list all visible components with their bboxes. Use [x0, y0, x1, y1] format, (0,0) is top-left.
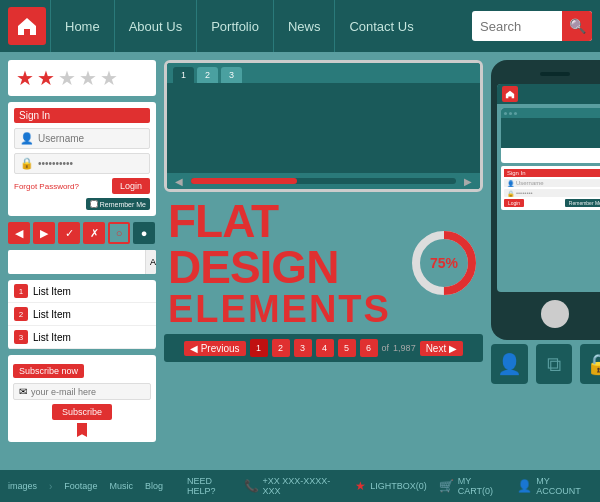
list-label-1: List Item	[33, 286, 71, 297]
nav-logo[interactable]	[8, 7, 46, 45]
remember-label: Remember Me	[100, 201, 146, 208]
browser-back-arrow[interactable]: ◀	[175, 176, 183, 187]
center-panel: 1 2 3 ◀ ▶ FLAT DESIGN ELEMENTS	[164, 60, 483, 462]
star-1: ★	[16, 66, 34, 90]
flat-design-area: FLAT DESIGN ELEMENTS 75%	[164, 198, 483, 328]
nav-check-btn[interactable]: ✓	[58, 222, 80, 244]
donut-chart: 75%	[409, 228, 479, 298]
person-icon: 👤	[497, 352, 522, 376]
page-num-4[interactable]: 4	[316, 339, 334, 357]
lock-icon: 🔒	[20, 157, 34, 170]
list-num-1: 1	[14, 284, 28, 298]
footer-link-music[interactable]: Music	[109, 481, 133, 491]
username-field[interactable]: 👤	[14, 128, 150, 149]
browser-body	[167, 83, 480, 173]
footer-link-blog[interactable]: Blog	[145, 481, 163, 491]
elements-label: ELEMENTS	[168, 290, 391, 328]
prev-page-button[interactable]: ◀ Previous	[184, 341, 246, 356]
remember-me-checkbox[interactable]: Remember Me	[86, 198, 150, 210]
page-num-5[interactable]: 5	[338, 339, 356, 357]
browser-window: 1 2 3 ◀ ▶	[164, 60, 483, 192]
list-items: 1 List Item 2 List Item 3 List Item	[8, 280, 156, 349]
windows-icon-button[interactable]: ⧉	[536, 344, 573, 384]
nav-close-btn[interactable]: ✗	[83, 222, 105, 244]
phone-password-field[interactable]: 🔒 ••••••••	[504, 189, 600, 197]
password-field[interactable]: 🔒	[14, 153, 150, 174]
footer-lightbox-label: LIGHTBOX(0)	[370, 481, 427, 491]
flat-label: FLAT	[168, 198, 278, 244]
stars-widget: ★ ★ ★ ★ ★	[8, 60, 156, 96]
phone-remember-label[interactable]: Remember Me	[565, 199, 600, 207]
nav-item-news[interactable]: News	[273, 0, 335, 52]
subscribe-title: Subscribe now	[13, 364, 84, 378]
person-icon-button[interactable]: 👤	[491, 344, 528, 384]
page-num-1[interactable]: 1	[250, 339, 268, 357]
nav-circle-btn[interactable]: ○	[108, 222, 130, 244]
phone-home-button[interactable]	[541, 300, 569, 328]
phone-lock-icon: 🔒	[507, 190, 514, 197]
phone-navbar	[497, 84, 600, 104]
search-input[interactable]	[472, 19, 562, 34]
phone-mockup: Sign In 👤 Username 🔒 •••••••• Login Reme…	[491, 60, 600, 340]
phone-content: Sign In 👤 Username 🔒 •••••••• Login Reme…	[497, 104, 600, 292]
left-panel: ★ ★ ★ ★ ★ Sign In 👤 🔒 Forgot Password? L…	[8, 60, 156, 462]
subscribe-ribbon	[77, 423, 87, 437]
search-dropdown[interactable]: All	[145, 250, 156, 274]
username-input[interactable]	[38, 133, 144, 144]
nav-search: 🔍	[472, 11, 592, 41]
next-page-button[interactable]: Next ▶	[420, 341, 463, 356]
browser-tab-3[interactable]: 3	[221, 67, 242, 83]
email-input[interactable]	[31, 387, 145, 397]
subscribe-button[interactable]: Subscribe	[52, 404, 112, 420]
list-item[interactable]: 3 List Item	[8, 326, 156, 349]
password-input[interactable]	[38, 158, 144, 169]
search-button[interactable]: 🔍	[562, 11, 592, 41]
footer-link-footage[interactable]: Footage	[64, 481, 97, 491]
lock-icon-button[interactable]: 🔒	[580, 344, 600, 384]
phone-login-button[interactable]: Login	[504, 199, 524, 207]
phone-username-field[interactable]: 👤 Username	[504, 179, 600, 187]
user-icon: 👤	[20, 132, 34, 145]
browser-forward-arrow[interactable]: ▶	[464, 176, 472, 187]
phone-login-form: Sign In 👤 Username 🔒 •••••••• Login Reme…	[501, 166, 600, 210]
nav-filled-circle-btn[interactable]: ●	[133, 222, 155, 244]
flat-design-text: FLAT DESIGN ELEMENTS	[168, 198, 391, 328]
footer-help-label: NEED HELP?	[187, 476, 240, 496]
nav-item-home[interactable]: Home	[50, 0, 114, 52]
forgot-password-link[interactable]: Forgot Password?	[14, 182, 79, 191]
nav-item-portfolio[interactable]: Portfolio	[196, 0, 273, 52]
star-2: ★	[37, 66, 55, 90]
nav-item-about[interactable]: About Us	[114, 0, 196, 52]
login-title: Sign In	[14, 108, 150, 123]
phone-home-icon	[502, 86, 518, 102]
phone-login-title: Sign In	[504, 169, 600, 177]
browser-tab-2[interactable]: 2	[197, 67, 218, 83]
footer-cart[interactable]: 🛒 MY CART(0)	[439, 476, 506, 496]
navbar: Home About Us Portfolio News Contact Us …	[0, 0, 600, 52]
nav-item-contact[interactable]: Contact Us	[334, 0, 427, 52]
nav-next-btn[interactable]: ▶	[33, 222, 55, 244]
filter-search-input[interactable]	[8, 257, 145, 268]
lock-icon: 🔒	[586, 352, 600, 376]
nav-items: Home About Us Portfolio News Contact Us	[50, 0, 472, 52]
footer-help: NEED HELP? 📞 +XX XXX-XXXX-XXX	[187, 476, 343, 496]
footer-account[interactable]: 👤 MY ACCOUNT	[517, 476, 592, 496]
right-panel: Sign In 👤 Username 🔒 •••••••• Login Reme…	[491, 60, 600, 462]
footer-link-images[interactable]: images	[8, 481, 37, 491]
browser-progress-fill	[191, 178, 297, 184]
browser-tab-1[interactable]: 1	[173, 67, 194, 83]
phone-user-icon: 👤	[507, 180, 514, 187]
subscribe-box: Subscribe now ✉ Subscribe	[8, 355, 156, 442]
login-button[interactable]: Login	[112, 178, 150, 194]
remember-checkbox-input[interactable]	[90, 200, 98, 208]
page-num-2[interactable]: 2	[272, 339, 290, 357]
list-item[interactable]: 2 List Item	[8, 303, 156, 326]
phone-dot-2	[509, 112, 512, 115]
email-field[interactable]: ✉	[13, 383, 151, 400]
footer-lightbox[interactable]: ★ LIGHTBOX(0)	[355, 479, 427, 493]
nav-prev-btn[interactable]: ◀	[8, 222, 30, 244]
page-num-6[interactable]: 6	[360, 339, 378, 357]
list-item[interactable]: 1 List Item	[8, 280, 156, 303]
page-num-3[interactable]: 3	[294, 339, 312, 357]
login-actions-row: Forgot Password? Login	[14, 178, 150, 194]
